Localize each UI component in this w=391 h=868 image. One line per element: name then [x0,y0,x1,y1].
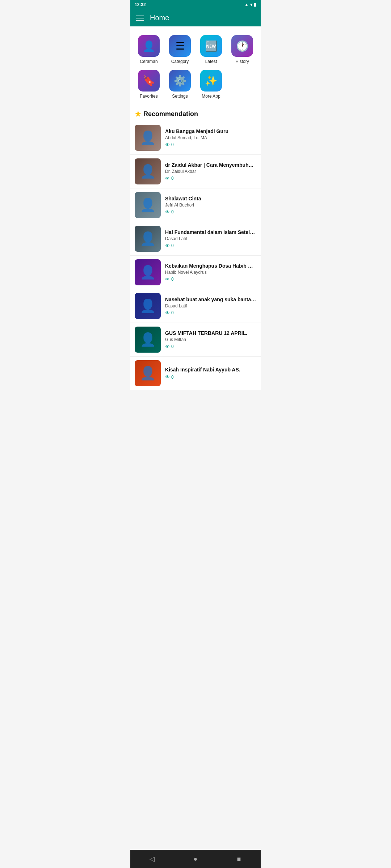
list-thumbnail: 👤 [135,259,161,285]
list-views: 👁 0 [165,243,256,248]
list-title: Kisah Inspiratif Nabi Ayyub AS. [165,367,256,373]
status-time: 12:32 [135,2,146,7]
ceramah-label: Ceramah [140,59,157,64]
view-count: 0 [171,375,174,380]
history-icon: 🕐 [231,35,253,57]
recommendation-list: 👤 Aku Bangga Menjadi Guru Abdul Somad, L… [130,121,261,390]
list-title: Kebaikan Menghapus Dosa Habib Nov... [165,263,256,269]
eye-icon: 👁 [165,277,170,282]
moreapp-label: More App [202,94,220,99]
list-item[interactable]: 👤 Hal Fundamental dalam Islam Setela... … [130,222,261,256]
list-title: Nasehat buat anak yang suka bantah... [165,297,256,302]
list-info: Hal Fundamental dalam Islam Setela... Da… [165,229,256,248]
list-item[interactable]: 👤 dr Zaidul Akbar | Cara Menyembuhka... … [130,155,261,188]
history-label: History [235,59,249,64]
view-count: 0 [171,277,174,282]
list-author: Habib Novel Alaydrus [165,270,256,275]
list-title: Aku Bangga Menjadi Guru [165,128,256,134]
list-info: dr Zaidul Akbar | Cara Menyembuhka... Dr… [165,162,256,181]
menu-item-moreapp[interactable]: ✨ More App [196,67,227,102]
content-area: 👤 Ceramah ☰ Category 🆕 Latest 🕐 History … [130,26,261,412]
list-author: Dasad Latif [165,236,256,241]
list-author: Abdul Somad, Lc, MA [165,135,256,140]
list-author: Dr. Zaidul Akbar [165,169,256,174]
latest-label: Latest [205,59,217,64]
eye-icon: 👁 [165,176,170,181]
list-item[interactable]: 👤 Shalawat Cinta Jefri Al Buchori 👁 0 [130,188,261,222]
list-views: 👁 0 [165,277,256,282]
view-count: 0 [171,344,174,349]
list-title: GUS MIFTAH TERBARU 12 APRIL. [165,330,256,336]
list-views: 👁 0 [165,344,256,349]
list-thumbnail: 👤 [135,158,161,184]
menu-item-ceramah[interactable]: 👤 Ceramah [133,32,164,67]
list-author: Gus Miftah [165,337,256,342]
menu-button[interactable] [136,16,144,21]
settings-label: Settings [172,94,188,99]
list-views: 👁 0 [165,310,256,316]
signal-icon: ▲ [244,2,249,7]
view-count: 0 [171,209,174,214]
ceramah-icon: 👤 [138,35,160,57]
list-thumbnail: 👤 [135,226,161,252]
moreapp-icon: ✨ [200,70,222,92]
list-views: 👁 0 [165,374,256,380]
list-item[interactable]: 👤 Kisah Inspiratif Nabi Ayyub AS. 👁 0 [130,357,261,390]
list-info: Kebaikan Menghapus Dosa Habib Nov... Hab… [165,263,256,282]
view-count: 0 [171,142,174,147]
list-thumbnail: 👤 [135,125,161,151]
list-author: Dasad Latif [165,303,256,309]
favorites-icon: 🔖 [138,70,160,92]
star-icon: ★ [135,110,141,118]
menu-item-settings[interactable]: ⚙️ Settings [164,67,196,102]
eye-icon: 👁 [165,374,170,380]
menu-item-category[interactable]: ☰ Category [164,32,196,67]
category-icon: ☰ [169,35,191,57]
list-item[interactable]: 👤 GUS MIFTAH TERBARU 12 APRIL. Gus Mifta… [130,323,261,357]
list-views: 👁 0 [165,142,256,148]
list-title: Hal Fundamental dalam Islam Setela... [165,229,256,235]
list-info: Kisah Inspiratif Nabi Ayyub AS. 👁 0 [165,367,256,380]
list-views: 👁 0 [165,176,256,181]
wifi-icon: ▾ [250,2,252,7]
list-info: Shalawat Cinta Jefri Al Buchori 👁 0 [165,196,256,215]
app-bar: Home [130,9,261,26]
eye-icon: 👁 [165,142,170,148]
list-item[interactable]: 👤 Kebaikan Menghapus Dosa Habib Nov... H… [130,256,261,289]
latest-icon: 🆕 [200,35,222,57]
favorites-label: Favorites [140,94,157,99]
view-count: 0 [171,243,174,248]
category-label: Category [171,59,189,64]
status-bar: 12:32 ▲ ▾ ▮ [130,0,261,9]
eye-icon: 👁 [165,209,170,215]
eye-icon: 👁 [165,310,170,316]
settings-icon: ⚙️ [169,70,191,92]
list-title: dr Zaidul Akbar | Cara Menyembuhka... [165,162,256,168]
list-thumbnail: 👤 [135,293,161,319]
recommendation-header: ★ Recommendation [130,105,261,121]
list-info: Aku Bangga Menjadi Guru Abdul Somad, Lc,… [165,128,256,148]
view-count: 0 [171,176,174,181]
list-thumbnail: 👤 [135,360,161,386]
menu-item-history[interactable]: 🕐 History [227,32,258,67]
recommendation-title: Recommendation [143,110,198,118]
battery-icon: ▮ [254,2,256,7]
menu-item-favorites[interactable]: 🔖 Favorites [133,67,164,102]
eye-icon: 👁 [165,344,170,349]
list-item[interactable]: 👤 Aku Bangga Menjadi Guru Abdul Somad, L… [130,121,261,155]
list-info: Nasehat buat anak yang suka bantah... Da… [165,297,256,316]
list-author: Jefri Al Buchori [165,203,256,208]
page-title: Home [150,14,169,22]
eye-icon: 👁 [165,243,170,248]
menu-grid: 👤 Ceramah ☰ Category 🆕 Latest 🕐 History … [130,26,261,105]
view-count: 0 [171,310,174,315]
list-views: 👁 0 [165,209,256,215]
menu-item-latest[interactable]: 🆕 Latest [196,32,227,67]
status-icons: ▲ ▾ ▮ [244,2,256,7]
list-thumbnail: 👤 [135,327,161,353]
list-info: GUS MIFTAH TERBARU 12 APRIL. Gus Miftah … [165,330,256,349]
list-item[interactable]: 👤 Nasehat buat anak yang suka bantah... … [130,289,261,323]
list-title: Shalawat Cinta [165,196,256,201]
list-thumbnail: 👤 [135,192,161,218]
